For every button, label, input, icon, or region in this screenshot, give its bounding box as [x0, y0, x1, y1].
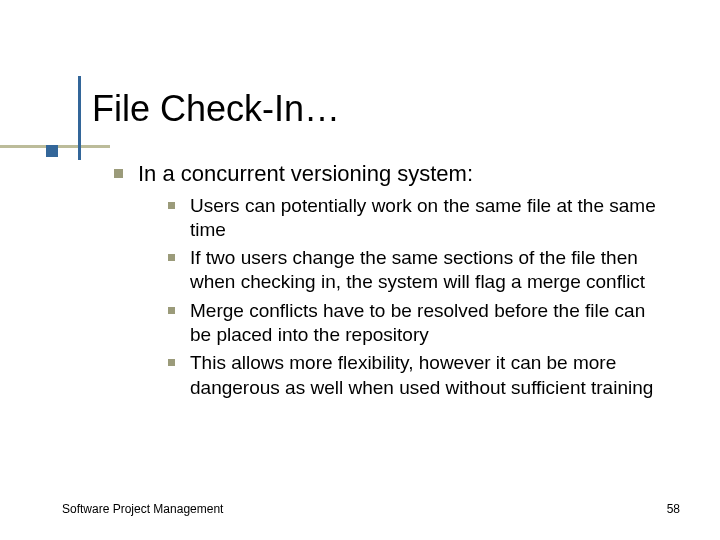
svg-rect-0	[0, 145, 110, 148]
slide-body: In a concurrent versioning system: Users…	[108, 160, 668, 410]
footer-left: Software Project Management	[62, 502, 223, 516]
svg-rect-1	[78, 76, 81, 160]
bullet-level2-text: Merge conflicts have to be resolved befo…	[190, 300, 645, 345]
svg-rect-2	[46, 145, 58, 157]
bullet-level2: If two users change the same sections of…	[138, 246, 668, 295]
bullet-level2: Users can potentially work on the same f…	[138, 194, 668, 243]
bullet-level2-text: If two users change the same sections of…	[190, 247, 645, 292]
slide: File Check-In… In a concurrent versionin…	[0, 0, 720, 540]
bullet-level2: This allows more flexibility, however it…	[138, 351, 668, 400]
slide-title: File Check-In…	[92, 88, 340, 130]
bullet-level1: In a concurrent versioning system: Users…	[108, 160, 668, 400]
bullet-level2-text: Users can potentially work on the same f…	[190, 195, 656, 240]
bullet-level1-text: In a concurrent versioning system:	[138, 161, 473, 186]
bullet-level2: Merge conflicts have to be resolved befo…	[138, 299, 668, 348]
page-number: 58	[667, 502, 680, 516]
bullet-level2-text: This allows more flexibility, however it…	[190, 352, 653, 397]
